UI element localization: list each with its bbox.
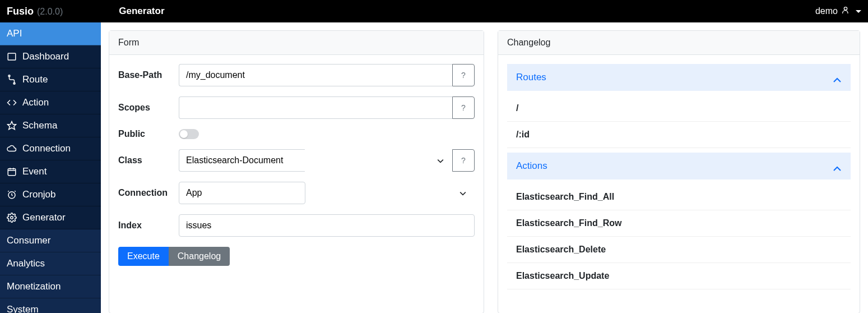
action-item[interactable]: Elasticsearch_Update: [507, 263, 851, 289]
page-title: Generator: [119, 6, 164, 17]
sidebar-item-event[interactable]: Event: [0, 160, 101, 183]
svg-marker-4: [8, 122, 16, 130]
sidebar-label: API: [7, 28, 22, 39]
brand-version: (2.0.0): [37, 7, 63, 17]
cloud-icon: [7, 144, 17, 154]
execute-button[interactable]: Execute: [118, 247, 169, 266]
sidebar-label: Event: [22, 166, 47, 177]
main-content: Form Base-Path ? Scopes ?: [101, 22, 868, 313]
sidebar-label: Dashboard: [22, 51, 69, 62]
public-label: Public: [118, 129, 179, 139]
sidebar-label: Schema: [22, 120, 57, 131]
sidebar-label: Action: [22, 97, 49, 108]
sidebar-section-api[interactable]: API: [0, 22, 101, 45]
sidebar-label: Connection: [22, 143, 71, 154]
user-name: demo: [815, 6, 838, 16]
connection-label: Connection: [118, 188, 179, 198]
code-icon: [7, 98, 17, 108]
chevron-up-icon: [833, 75, 842, 80]
svg-point-10: [11, 217, 13, 219]
dashboard-icon: [7, 52, 17, 62]
sidebar-label: Monetization: [7, 281, 61, 292]
sidebar-section-consumer[interactable]: Consumer: [0, 229, 101, 252]
class-help-button[interactable]: ?: [452, 149, 475, 172]
action-item[interactable]: Elasticsearch_Delete: [507, 237, 851, 263]
action-item[interactable]: Elasticsearch_Find_Row: [507, 210, 851, 237]
brand-name: Fusio: [7, 6, 34, 17]
connection-select[interactable]: [179, 182, 305, 204]
clock-icon: [7, 190, 17, 200]
sidebar-item-dashboard[interactable]: Dashboard: [0, 45, 101, 68]
actions-accordion-header[interactable]: Actions: [507, 153, 851, 179]
base-path-help-button[interactable]: ?: [452, 64, 475, 86]
scopes-help-button[interactable]: ?: [452, 96, 475, 119]
user-menu[interactable]: demo: [815, 6, 861, 17]
toggle-knob: [180, 130, 188, 138]
class-select[interactable]: [179, 149, 305, 172]
svg-rect-1: [8, 53, 16, 60]
sidebar-label: Analytics: [7, 258, 45, 269]
sidebar-item-schema[interactable]: Schema: [0, 114, 101, 137]
changelog-button[interactable]: Changelog: [169, 247, 230, 266]
scopes-label: Scopes: [118, 103, 179, 113]
user-icon: [841, 6, 850, 17]
routes-title: Routes: [516, 72, 546, 83]
star-icon: [7, 121, 17, 131]
route-icon: [7, 75, 17, 85]
caret-down-icon: [856, 10, 861, 13]
chevron-down-icon: [459, 188, 467, 198]
route-item[interactable]: /:id: [507, 122, 851, 148]
topbar: Fusio (2.0.0) Generator demo: [0, 0, 868, 22]
scopes-input[interactable]: [179, 96, 452, 119]
routes-list: / /:id: [507, 91, 851, 153]
brand[interactable]: Fusio (2.0.0): [7, 6, 63, 17]
sidebar: API Dashboard Route Action Schema Connec…: [0, 22, 101, 313]
sidebar-item-generator[interactable]: Generator: [0, 206, 101, 229]
class-label: Class: [118, 155, 179, 165]
actions-list: Elasticsearch_Find_All Elasticsearch_Fin…: [507, 179, 851, 294]
sidebar-label: Generator: [22, 212, 66, 223]
route-item[interactable]: /: [507, 95, 851, 122]
sidebar-section-monetization[interactable]: Monetization: [0, 275, 101, 298]
sidebar-item-cronjob[interactable]: Cronjob: [0, 183, 101, 206]
routes-accordion-header[interactable]: Routes: [507, 64, 851, 91]
chevron-down-icon: [437, 155, 444, 165]
chevron-up-icon: [833, 163, 842, 169]
form-panel: Form Base-Path ? Scopes ?: [109, 30, 484, 313]
svg-point-0: [844, 7, 847, 10]
svg-rect-5: [8, 169, 16, 176]
sidebar-item-connection[interactable]: Connection: [0, 137, 101, 160]
sidebar-section-system[interactable]: System: [0, 298, 101, 313]
changelog-panel-header: Changelog: [498, 31, 860, 55]
base-path-label: Base-Path: [118, 70, 179, 80]
sidebar-label: Cronjob: [22, 189, 56, 200]
sidebar-label: System: [7, 304, 39, 313]
gear-icon: [7, 213, 17, 223]
sidebar-item-action[interactable]: Action: [0, 91, 101, 114]
action-item[interactable]: Elasticsearch_Find_All: [507, 184, 851, 210]
calendar-icon: [7, 167, 17, 177]
changelog-panel: Changelog Routes / /:id Actions Elastics…: [498, 30, 860, 313]
index-input[interactable]: [179, 214, 475, 237]
form-panel-header: Form: [109, 31, 484, 55]
sidebar-item-route[interactable]: Route: [0, 68, 101, 91]
actions-title: Actions: [516, 160, 547, 172]
base-path-input[interactable]: [179, 64, 452, 86]
sidebar-label: Route: [22, 74, 48, 85]
public-toggle[interactable]: [179, 129, 199, 139]
index-label: Index: [118, 220, 179, 231]
sidebar-label: Consumer: [7, 235, 50, 246]
sidebar-section-analytics[interactable]: Analytics: [0, 252, 101, 275]
